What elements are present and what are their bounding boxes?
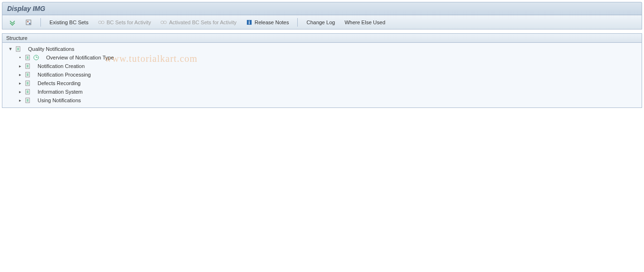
svg-rect-1 (27, 21, 29, 22)
toolbar-label: Release Notes (254, 19, 289, 25)
tree-child-row[interactable]: ▸Using Notifications (2, 96, 642, 105)
tree-label: Notification Creation (32, 63, 85, 69)
where-else-used-button[interactable]: Where Else Used (342, 19, 388, 26)
tree-child-row[interactable]: ▸Notification Processing (2, 70, 642, 79)
activated-bc-sets-button: Activated BC Sets for Activity (157, 19, 239, 26)
img-structure-button[interactable] (22, 18, 35, 27)
toolbar-label: Change Log (306, 19, 335, 25)
svg-point-6 (161, 21, 164, 24)
tree-label: Notification Processing (32, 72, 91, 78)
panel-header: Structure (2, 34, 642, 43)
hierarchy-icon (25, 19, 32, 26)
tree-child-row[interactable]: ▸Defects Recording (2, 79, 642, 87)
tree-root-row[interactable]: ▼ Quality Notifications (2, 45, 642, 53)
info-icon: i (246, 19, 253, 26)
tree-label: Defects Recording (32, 80, 81, 86)
structure-panel: Structure ▼ Quality Notifications •Overv… (2, 33, 642, 108)
doc-icon (24, 88, 31, 95)
toolbar-separator (40, 18, 41, 27)
leaf-icon[interactable]: • (18, 55, 22, 60)
expand-collapse-button[interactable] (6, 18, 19, 27)
tree-label: Quality Notifications (22, 46, 74, 52)
page-title: Display IMG (7, 5, 45, 12)
tree-label: Using Notifications (32, 97, 81, 103)
collapse-icon[interactable]: ▼ (8, 47, 13, 51)
tree-label: Overview of Notification Type (40, 55, 114, 60)
toolbar-separator (297, 18, 298, 27)
svg-point-4 (101, 21, 104, 24)
doc-icon (24, 97, 31, 104)
existing-bc-sets-button[interactable]: Existing BC Sets (47, 19, 91, 26)
doc-icon (24, 80, 31, 87)
toolbar-label: BC Sets for Activity (107, 19, 151, 25)
app-header: Display IMG (2, 2, 642, 15)
toolbar-label: Activated BC Sets for Activity (169, 19, 236, 25)
svg-point-3 (98, 21, 101, 24)
tree: ▼ Quality Notifications •Overview of Not… (2, 43, 642, 107)
bc-sets-for-activity-button: BC Sets for Activity (95, 19, 154, 26)
expand-icon[interactable]: ▸ (18, 81, 22, 86)
expand-icon[interactable]: ▸ (18, 89, 22, 94)
tree-child-row[interactable]: ▸Notification Creation (2, 62, 642, 70)
glasses-icon (160, 19, 167, 25)
expand-subtree-icon (9, 19, 16, 26)
tree-child-row[interactable]: •Overview of Notification Type (2, 53, 642, 62)
svg-text:i: i (249, 20, 250, 25)
release-notes-button[interactable]: i Release Notes (243, 18, 292, 27)
tree-label: Information System (32, 89, 83, 95)
toolbar-label: Existing BC Sets (49, 19, 88, 25)
tree-child-row[interactable]: ▸Information System (2, 87, 642, 96)
svg-rect-2 (29, 23, 30, 24)
change-log-button[interactable]: Change Log (303, 19, 338, 26)
glasses-icon (98, 19, 105, 25)
doc-icon (15, 46, 21, 52)
doc-icon (24, 71, 31, 78)
activity-icon[interactable] (33, 54, 39, 61)
toolbar: Existing BC Sets BC Sets for Activity Ac… (2, 15, 642, 29)
expand-icon[interactable]: ▸ (18, 64, 22, 68)
expand-icon[interactable]: ▸ (18, 72, 22, 77)
doc-icon (24, 54, 31, 61)
expand-icon[interactable]: ▸ (18, 98, 22, 103)
toolbar-label: Where Else Used (344, 19, 385, 25)
doc-icon (24, 63, 31, 69)
svg-point-7 (164, 21, 166, 24)
